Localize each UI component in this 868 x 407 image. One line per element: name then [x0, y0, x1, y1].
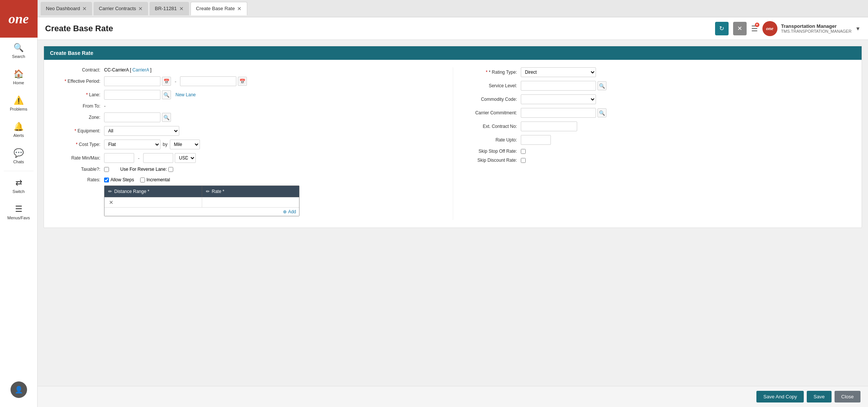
edit-rate-icon[interactable]: ✏	[206, 189, 210, 194]
rate-min-max-label: Rate Min/Max:	[51, 155, 104, 161]
close-form-button[interactable]: Close	[835, 391, 860, 402]
tab-close-create-base-rate[interactable]: ✕	[237, 6, 242, 11]
new-lane-link[interactable]: New Lane	[175, 92, 196, 97]
tab-close-neo-dashboard[interactable]: ✕	[82, 6, 87, 11]
delete-row-button[interactable]: ✕	[108, 199, 114, 205]
sidebar-item-switch[interactable]: ⇄ Switch	[0, 173, 37, 199]
skip-discount-label: Skip Discount Rate:	[468, 158, 521, 163]
carrier-link[interactable]: CarrierA	[132, 67, 149, 73]
carrier-commitment-search-button[interactable]: 🔍	[597, 108, 606, 117]
rate-upto-label: Rate Upto:	[468, 137, 521, 143]
form-right: * Rating Type: Direct Indirect Both Serv…	[453, 67, 854, 220]
tab-br-11281[interactable]: BR-11281 ✕	[150, 2, 189, 15]
user-role: TMS.TRANSPORTATION_MANAGER	[781, 29, 852, 33]
calendar-end-button[interactable]: 📅	[238, 77, 247, 86]
skip-discount-checkbox[interactable]	[521, 158, 526, 163]
main-area: Neo Dashboard ✕ Carrier Contracts ✕ BR-1…	[38, 0, 868, 407]
rate-min-input[interactable]	[104, 153, 134, 163]
sidebar-item-home[interactable]: 🏠 Home	[0, 64, 37, 90]
app-logo[interactable]: one	[0, 0, 38, 38]
carrier-commitment-row: Carrier Commitment: 🔍	[468, 108, 854, 118]
tab-close-br-11281[interactable]: ✕	[179, 6, 184, 11]
equipment-label: Equipment:	[51, 128, 104, 134]
service-level-search-button[interactable]: 🔍	[597, 81, 606, 90]
skip-stop-off-label: Skip Stop Off Rate:	[468, 149, 521, 154]
tab-create-base-rate[interactable]: Create Base Rate ✕	[191, 2, 247, 15]
header-actions: ↻ ✕ ☰ ★ one Transportation Manager TMS.T…	[715, 21, 861, 36]
carrier-commitment-label: Carrier Commitment:	[468, 110, 521, 115]
plus-icon: ⊕	[283, 209, 287, 214]
use-reverse-lane-checkbox[interactable]	[168, 167, 173, 172]
sidebar-item-search[interactable]: 🔍 Search	[0, 38, 37, 64]
allow-steps-checkbox[interactable]	[104, 178, 109, 182]
sidebar-item-label: Chats	[13, 159, 24, 164]
lane-search-button[interactable]: 🔍	[162, 90, 171, 99]
lane-input[interactable]	[104, 90, 160, 100]
allow-steps-label: Allow Steps	[104, 177, 134, 182]
use-reverse-lane-label: Use For Reverse Lane:	[120, 167, 173, 172]
sidebar-item-user-avatar[interactable]: 👤	[0, 376, 37, 403]
carrier-commitment-input[interactable]	[521, 108, 596, 118]
equipment-select[interactable]: All Flatbed Reefer Van	[104, 126, 179, 136]
bell-icon: 🔔	[14, 122, 24, 132]
taxable-checkbox[interactable]	[104, 167, 109, 172]
cost-type-select[interactable]: Flat Per Unit Weight	[104, 140, 160, 149]
page-title: Create Base Rate	[45, 24, 113, 33]
from-to-label: From To:	[51, 103, 104, 109]
col-distance-label: Distance Range *	[114, 189, 149, 194]
rating-type-select[interactable]: Direct Indirect Both	[521, 67, 596, 77]
taxable-label: Taxable?:	[51, 167, 104, 172]
cost-type-row: Cost Type: Flat Per Unit Weight by Mile …	[51, 140, 438, 149]
edit-distance-icon[interactable]: ✏	[108, 189, 112, 194]
menu-icon: ☰	[15, 204, 23, 214]
ext-contract-input[interactable]	[521, 121, 577, 131]
tab-close-carrier-contracts[interactable]: ✕	[138, 6, 143, 11]
commodity-code-select[interactable]	[521, 94, 596, 104]
effective-period-end[interactable]	[180, 76, 236, 86]
tab-neo-dashboard[interactable]: Neo Dashboard ✕	[41, 2, 92, 15]
sidebar-item-label: Menus/Favs	[8, 216, 30, 220]
currency-select[interactable]: USD CAD EUR	[175, 153, 196, 163]
sidebar-item-chats[interactable]: 💬 Chats	[0, 143, 37, 169]
service-level-input[interactable]	[521, 81, 596, 91]
sidebar-item-problems[interactable]: ⚠️ Problems	[0, 90, 37, 117]
rates-cell-distance: ✕	[104, 197, 202, 207]
taxable-row: Taxable?: Use For Reverse Lane:	[51, 167, 438, 172]
rate-dash: -	[138, 155, 139, 161]
rate-upto-input[interactable]	[521, 135, 551, 145]
cost-type-by-select[interactable]: Mile KM	[170, 140, 200, 149]
skip-discount-row: Skip Discount Rate:	[468, 158, 854, 163]
rate-max-input[interactable]	[143, 153, 173, 163]
effective-period-row: Effective Period: 📅 - 📅	[51, 76, 438, 86]
save-button[interactable]: Save	[807, 391, 832, 402]
lane-row: Lane: 🔍 New Lane	[51, 90, 438, 100]
sidebar-item-label: Alerts	[13, 133, 24, 138]
zone-search-button[interactable]: 🔍	[162, 113, 171, 122]
close-button[interactable]: ✕	[733, 22, 747, 35]
zone-row: Zone: 🔍	[51, 112, 438, 122]
incremental-checkbox[interactable]	[140, 178, 145, 182]
table-row: ✕	[104, 197, 299, 207]
zone-input[interactable]	[104, 112, 160, 122]
sidebar-item-menus[interactable]: ☰ Menus/Favs	[0, 199, 37, 225]
warning-icon: ⚠️	[14, 96, 24, 105]
user-dropdown-arrow[interactable]: ▼	[855, 26, 860, 32]
calendar-start-button[interactable]: 📅	[162, 77, 171, 86]
add-button[interactable]: ⊕ Add	[283, 209, 296, 214]
sidebar-item-alerts[interactable]: 🔔 Alerts	[0, 117, 37, 143]
commodity-code-label: Commodity Code:	[468, 97, 521, 102]
tab-carrier-contracts[interactable]: Carrier Contracts ✕	[94, 2, 148, 15]
menu-button[interactable]: ☰ ★	[751, 24, 758, 33]
rates-col-rate: ✏ Rate *	[202, 186, 299, 197]
form-left: Contract: CC-CarrierA [ CarrierA ] Effec…	[51, 67, 453, 220]
rates-table-header: ✏ Distance Range * ✏ Rate *	[104, 186, 299, 197]
save-and-copy-button[interactable]: Save And Copy	[756, 391, 804, 402]
skip-stop-off-checkbox[interactable]	[521, 149, 526, 154]
refresh-button[interactable]: ↻	[715, 22, 729, 35]
commodity-code-row: Commodity Code:	[468, 94, 854, 104]
sidebar-item-label: Switch	[12, 189, 24, 194]
rates-row: Rates: Allow Steps Incremental	[51, 176, 438, 216]
logo-text: one	[9, 11, 29, 27]
user-text: Transportation Manager TMS.TRANSPORTATIO…	[781, 23, 852, 33]
effective-period-start[interactable]	[104, 76, 160, 86]
